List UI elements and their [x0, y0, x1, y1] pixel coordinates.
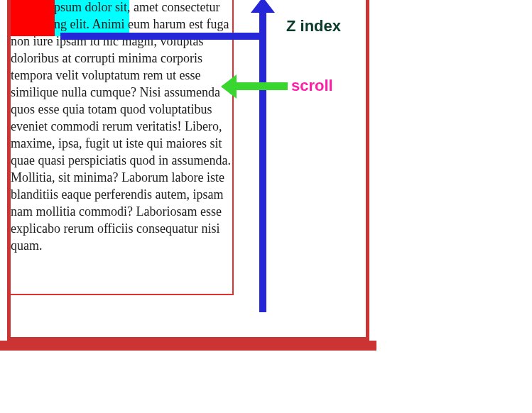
zindex-arrowhead-icon — [251, 0, 275, 13]
scroll-arrowhead-icon — [221, 75, 237, 99]
zindex-label: Z index — [286, 17, 341, 35]
bottom-shadow-strip — [0, 341, 376, 351]
scroll-arrow-shaft — [237, 82, 288, 90]
scroll-container[interactable]: ipsum dolor sit, amet consectetur adipis… — [8, 0, 234, 295]
scroll-label: scroll — [291, 77, 333, 95]
outer-frame: ipsum dolor sit, amet consectetur adipis… — [7, 0, 369, 341]
red-block — [7, 0, 55, 36]
zindex-arrow-horizontal — [60, 33, 266, 40]
zindex-arrow-vertical — [259, 1, 266, 312]
